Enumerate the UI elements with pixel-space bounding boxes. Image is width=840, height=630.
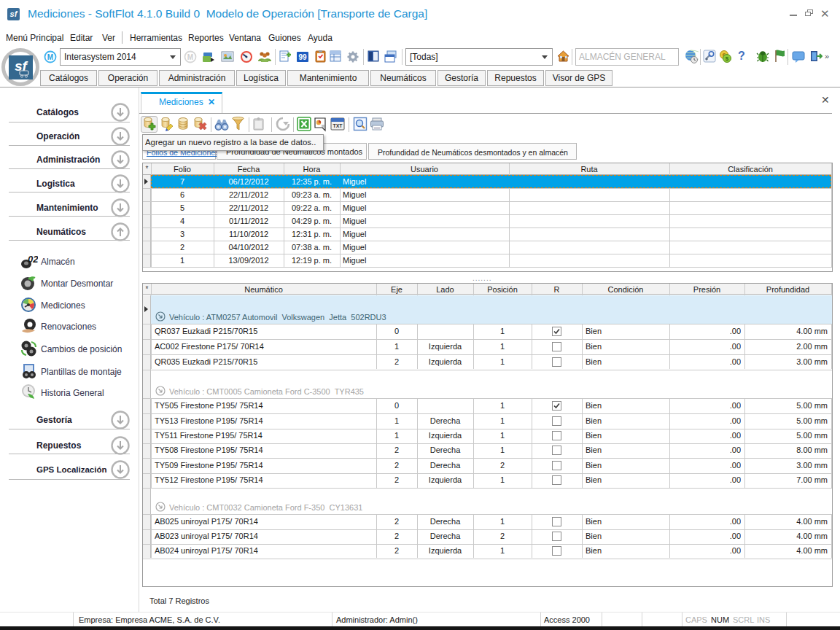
svg-text:99: 99: [298, 53, 307, 61]
svg-text:02: 02: [28, 254, 38, 265]
svg-text:M: M: [187, 53, 193, 61]
svg-text:$: $: [726, 55, 729, 62]
svg-text:M: M: [47, 53, 53, 61]
svg-text:TXT: TXT: [332, 123, 343, 128]
